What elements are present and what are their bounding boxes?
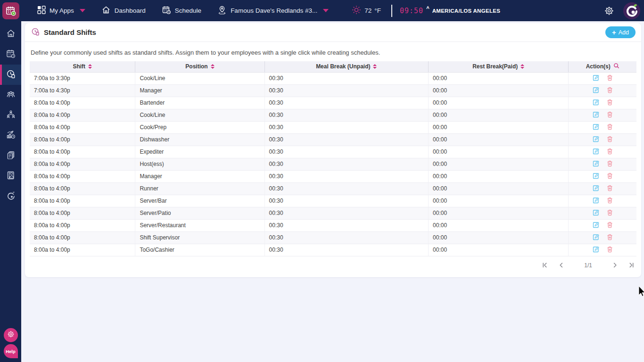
schedule-label: Schedule	[175, 7, 201, 14]
settings-gear-icon[interactable]	[603, 5, 615, 16]
delete-icon[interactable]	[607, 209, 613, 216]
table-header-row: Shift Position Meal Break (Unpaid)	[30, 61, 636, 72]
sidebar-item-labor-analytics[interactable]	[0, 125, 21, 146]
edit-icon[interactable]	[593, 148, 599, 155]
labor-analytics-icon	[6, 130, 16, 142]
shift-cell: 8:00a to 4:00p	[30, 97, 135, 109]
handbook-cloud-icon	[6, 170, 16, 182]
shift-cell: 8:00a to 4:00p	[30, 231, 135, 244]
delete-icon[interactable]	[607, 234, 613, 240]
edit-icon[interactable]	[593, 160, 599, 167]
column-header-actions[interactable]: Action(s)	[569, 61, 636, 72]
app-logo[interactable]	[0, 0, 21, 21]
standard-shifts-table: Shift Position Meal Break (Unpaid)	[30, 61, 636, 256]
delete-icon[interactable]	[607, 87, 613, 93]
edit-icon[interactable]	[593, 136, 599, 142]
delete-icon[interactable]	[607, 99, 613, 106]
nav-location-selector[interactable]: Famous Dave's Redlands #3...	[217, 5, 329, 16]
sidebar-item-schedules[interactable]	[0, 44, 21, 65]
table-row: 8:00a to 4:00p Cook/Line 00:30 00:00	[30, 109, 636, 121]
last-page-icon[interactable]	[628, 262, 635, 268]
table-row: 7:00a to 3:30p Cook/Line 00:30 00:00	[30, 72, 636, 84]
add-button-label: Add	[619, 29, 629, 36]
next-page-icon[interactable]	[612, 262, 618, 268]
sidebar: Help	[0, 21, 21, 362]
actions-cell	[569, 158, 636, 170]
edit-icon[interactable]	[593, 87, 599, 93]
sidebar-settings-button[interactable]	[4, 328, 18, 342]
sort-icon	[520, 64, 524, 69]
sidebar-item-documents[interactable]	[0, 146, 21, 166]
delete-icon[interactable]	[607, 123, 613, 130]
shift-cell: 8:00a to 4:00p	[30, 219, 135, 231]
sidebar-item-employees[interactable]	[0, 85, 21, 105]
shift-cell: 8:00a to 4:00p	[30, 133, 135, 146]
shift-cell: 8:00a to 4:00p	[30, 195, 135, 207]
delete-icon[interactable]	[607, 246, 613, 253]
page-description: Define your commonly used shifts as stan…	[31, 49, 636, 56]
edit-icon[interactable]	[593, 173, 599, 179]
meal-break-cell: 00:30	[264, 109, 428, 121]
position-cell: Server/Bar	[135, 195, 264, 207]
previous-page-icon[interactable]	[558, 262, 564, 268]
position-cell: ToGo/Cashier	[135, 244, 264, 256]
delete-icon[interactable]	[607, 148, 613, 155]
meal-break-cell: 00:30	[264, 244, 428, 256]
edit-icon[interactable]	[593, 74, 599, 81]
edit-icon[interactable]	[593, 246, 599, 253]
plus-icon: +	[612, 29, 616, 36]
table-row: 8:00a to 4:00p Dishwasher 00:30 00:00	[30, 133, 636, 146]
sidebar-item-handbook[interactable]	[0, 166, 21, 186]
table-row: 8:00a to 4:00p Shift Supervisor 00:30 00…	[30, 231, 636, 244]
delete-icon[interactable]	[607, 111, 613, 118]
rest-break-cell: 00:00	[429, 231, 569, 244]
shift-cell: 8:00a to 4:00p	[30, 158, 135, 170]
edit-icon[interactable]	[593, 234, 599, 240]
column-header-shift[interactable]: Shift	[30, 61, 135, 72]
gear-icon	[7, 330, 15, 340]
sidebar-item-brand-app[interactable]	[0, 186, 21, 206]
shift-cell: 7:00a to 4:30p	[30, 84, 135, 97]
actions-cell	[569, 244, 636, 256]
edit-icon[interactable]	[593, 197, 599, 204]
delete-icon[interactable]	[607, 197, 613, 204]
nav-my-apps[interactable]: My Apps	[37, 6, 85, 16]
delete-icon[interactable]	[607, 74, 613, 81]
edit-icon[interactable]	[593, 123, 599, 130]
shift-cell: 8:00a to 4:00p	[30, 207, 135, 219]
table-row: 8:00a to 4:00p Expediter 00:30 00:00	[30, 146, 636, 158]
delete-icon[interactable]	[607, 160, 613, 167]
add-button[interactable]: + Add	[605, 26, 636, 38]
edit-icon[interactable]	[593, 222, 599, 228]
help-label: Help	[6, 349, 16, 354]
column-header-meal-break[interactable]: Meal Break (Unpaid)	[264, 61, 428, 72]
nav-schedule[interactable]: Schedule	[162, 5, 201, 16]
delete-icon[interactable]	[607, 173, 613, 179]
edit-icon[interactable]	[593, 209, 599, 216]
search-icon[interactable]	[613, 63, 619, 70]
position-cell: Bartender	[135, 97, 264, 109]
edit-icon[interactable]	[593, 185, 599, 191]
delete-icon[interactable]	[607, 222, 613, 228]
column-header-rest-break[interactable]: Rest Break(Paid)	[429, 61, 569, 72]
nav-dashboard[interactable]: Dashboard	[101, 5, 146, 16]
position-cell: Host(ess)	[135, 158, 264, 170]
actions-cell	[569, 109, 636, 121]
delete-icon[interactable]	[607, 136, 613, 142]
first-page-icon[interactable]	[542, 262, 548, 268]
help-button[interactable]: Help	[4, 344, 18, 358]
edit-icon[interactable]	[593, 111, 599, 118]
home-icon	[6, 28, 16, 41]
standard-shifts-clock-icon	[31, 27, 40, 38]
delete-icon[interactable]	[607, 185, 613, 191]
column-header-position[interactable]: Position	[135, 61, 264, 72]
sidebar-item-standard-shifts[interactable]	[0, 65, 21, 85]
sidebar-item-org-structure[interactable]	[0, 105, 21, 125]
clock-time: 09:50	[400, 7, 423, 15]
edit-icon[interactable]	[593, 99, 599, 106]
sidebar-item-home[interactable]	[0, 24, 21, 44]
meal-break-cell: 00:30	[264, 158, 428, 170]
position-cell: Cook/Line	[135, 72, 264, 84]
shift-cell: 8:00a to 4:00p	[30, 244, 135, 256]
table-row: 8:00a to 4:00p ToGo/Cashier 00:30 00:00	[30, 244, 636, 256]
